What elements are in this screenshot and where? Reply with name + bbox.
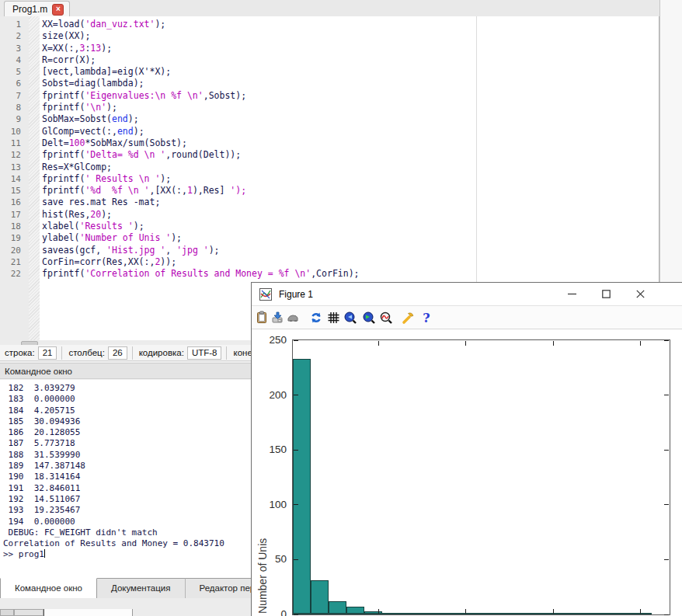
histogram-axes: 050100150200250 [292,339,670,615]
code-line[interactable]: Delt=100*SobMax/sum(Sobst); [42,137,360,149]
save-icon[interactable] [270,311,284,325]
code-line[interactable]: [vect,lambda]=eig(X'*X); [42,66,360,78]
code-line[interactable]: ylabel('Number of Unis '); [42,232,360,244]
y-tick-label: 250 [259,334,287,346]
line-number: 6 [0,78,25,89]
tab-prog1m[interactable]: Prog1.m × [4,1,70,17]
y-tick-right [664,614,669,615]
code-line[interactable]: SobMax=Sobst(end); [42,113,360,125]
screen: { "editor": { "tab_label": "Prog1.m", "c… [0,0,682,616]
x-tick-bottom [553,609,554,614]
clipboard-icon[interactable] [255,311,269,325]
tab-close-icon[interactable]: × [52,4,64,16]
line-number: 13 [0,162,25,173]
print-icon[interactable] [286,311,300,325]
line-number: 17 [0,209,25,221]
y-tick-label: 0 [259,608,287,616]
x-tick-top [378,341,379,346]
code-line[interactable]: fprintf('\n'); [42,102,360,113]
figure-titlebar[interactable]: Figure 1 [252,283,682,306]
y-tick-left [294,395,298,395]
status-item: столбец:26 [67,345,127,360]
figure-title: Figure 1 [279,289,313,300]
scrollbar-thumb[interactable] [14,609,43,616]
figure-toolbar: ? [252,306,682,329]
line-number: 14 [0,173,25,185]
scrollbar-track[interactable] [44,609,133,616]
line-number: 10 [0,126,25,137]
code-line[interactable]: saveas(gcf, 'Hist.jpg ', 'jpg '); [42,245,360,256]
line-number: 19 [0,232,25,244]
code-line[interactable]: fprintf(' Results \n '); [42,173,360,185]
y-tick-left [294,340,298,341]
code-line[interactable]: xlabel('Results '); [42,221,360,232]
code-line[interactable]: XX=load('dan_vuz.txt'); [42,19,360,30]
y-tick-right [664,504,669,505]
zoom-in-icon[interactable] [362,311,376,325]
code-text[interactable]: XX=load('dan_vuz.txt');size(XX);X=XX(:,3… [42,19,360,280]
grid-icon[interactable] [326,311,340,325]
status-value: 21 [38,346,57,360]
prompt-text: >> prog1 [3,549,44,559]
tools-icon[interactable] [401,311,415,325]
code-line[interactable]: GlComp=vect(:,end); [42,126,360,137]
svg-text:?: ? [423,311,430,325]
code-line[interactable]: Res=X*GlComp; [42,162,360,173]
figure-window[interactable]: Figure 1 ? Number of Unis 05010015020025… [251,282,682,616]
line-number: 5 [0,66,25,78]
zoom-out-icon[interactable] [343,311,357,325]
help-icon[interactable]: ? [419,311,433,325]
bottom-tab-inactive[interactable]: Документация [97,578,186,598]
code-line[interactable]: Sobst=diag(lambda); [42,78,360,89]
autoscale-icon[interactable] [379,311,393,325]
status-separator [61,346,62,360]
scrollbar-button[interactable] [0,609,14,616]
window-controls [555,283,657,305]
status-label: строка: [3,348,38,357]
line-number: 9 [0,113,25,125]
code-line[interactable]: size(XX); [42,30,360,42]
y-tick-left [294,559,298,560]
status-value: UTF-8 [187,346,222,360]
code-line[interactable]: fprintf('%d %f \n ',[XX(:,1),Res] '); [42,185,360,197]
histogram-bar [311,580,329,614]
line-number: 20 [0,245,25,256]
line-number: 4 [0,54,25,66]
line-number: 1 [0,19,25,30]
code-line[interactable]: fprintf('Correlation of Results and Mone… [42,268,360,280]
y-tick-left [294,614,298,615]
code-line[interactable]: X=XX(:,3:13); [42,43,360,54]
x-tick-top [553,341,554,346]
tab-label: Prog1.m [12,4,47,15]
refresh-icon[interactable] [309,311,323,325]
code-line[interactable]: CorFin=corr(Res,XX(:,2)); [42,256,360,268]
line-number: 2 [0,30,25,42]
status-item: строка:21 [3,345,57,360]
breakpoint-margin[interactable] [29,16,40,340]
status-separator [132,346,133,360]
code-line[interactable]: R=corr(X); [42,54,360,66]
y-axis-label: Number of Unis [256,339,269,614]
x-tick-top [465,341,466,346]
maximize-button[interactable] [589,283,623,305]
status-separator [226,346,227,360]
x-tick-top [640,341,641,346]
status-label: кодировка: [137,348,187,357]
status-item: кодировка:UTF-8 [137,345,222,360]
y-tick-label: 50 [259,553,287,565]
status-value: 26 [108,346,127,360]
line-number: 3 [0,43,25,54]
text-cursor [44,549,45,558]
command-window-title: Командное окно [5,367,72,376]
code-line[interactable]: save res.mat Res -mat; [42,197,360,208]
figure-canvas[interactable]: Number of Unis 050100150200250 [252,329,682,616]
bottom-tab-active[interactable]: Командное окно [0,578,97,598]
line-number: 8 [0,102,25,113]
minimize-button[interactable] [555,283,589,305]
line-number: 11 [0,137,25,149]
code-line[interactable]: fprintf('Eigenvalues:\n %f \n',Sobst); [42,90,360,102]
line-number: 7 [0,90,25,102]
code-line[interactable]: hist(Res,20); [42,209,360,221]
code-line[interactable]: fprintf('Delta= %d \n ',round(Delt)); [42,149,360,161]
close-button[interactable] [623,283,657,305]
